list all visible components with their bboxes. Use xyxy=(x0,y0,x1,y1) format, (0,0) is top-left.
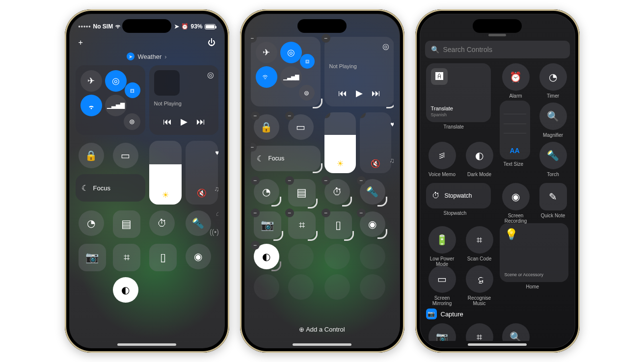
empty-slot[interactable] xyxy=(288,274,314,300)
rotation-lock-toggle[interactable]: 🔒 xyxy=(79,143,104,168)
remove-badge[interactable]: − xyxy=(322,34,330,43)
home-indicator[interactable] xyxy=(468,343,527,346)
empty-slot[interactable] xyxy=(324,244,350,269)
add-control-button[interactable]: + xyxy=(79,38,83,47)
screen-mirroring-button[interactable]: ▭− xyxy=(288,114,314,140)
remove-badge[interactable]: − xyxy=(251,143,257,152)
brightness-slider-edit[interactable]: − ☀︎ xyxy=(324,112,356,173)
brightness-slider[interactable]: ☀︎ xyxy=(149,141,182,205)
empty-slot[interactable] xyxy=(360,274,385,300)
remove-badge[interactable]: − xyxy=(324,112,330,118)
torch-button[interactable]: 🔦− xyxy=(360,179,385,205)
voice-memo-control[interactable]: ꠵ xyxy=(429,142,456,169)
qr-scan-button[interactable]: ⌗− xyxy=(288,211,316,239)
airdrop-toggle[interactable]: ◎ xyxy=(280,42,302,63)
personal-hotspot-toggle[interactable]: ⊚ xyxy=(299,85,315,101)
camera-gallery-control[interactable]: 📷 xyxy=(429,323,456,341)
timer-button[interactable]: ◔ xyxy=(79,210,104,236)
personal-hotspot-toggle[interactable]: ⊚ xyxy=(124,113,140,130)
focus-button[interactable]: ☾ Focus xyxy=(76,174,145,202)
stopwatch-button[interactable]: ⏱ xyxy=(149,210,175,236)
alarm-control[interactable]: ⏰ xyxy=(502,63,530,91)
empty-slot[interactable] xyxy=(324,274,350,300)
home-indicator-icon: ⌂ xyxy=(216,209,218,217)
screen-record-button[interactable]: ◉− xyxy=(360,211,385,237)
airplane-mode-toggle[interactable]: ✈︎ xyxy=(256,42,277,63)
connectivity-group-edit[interactable]: − ✈︎ ◎ ᯤ ▁▃▅▇ ⧈ ⊚ xyxy=(251,37,321,106)
empty-slot[interactable] xyxy=(360,244,385,269)
remove-badge[interactable]: − xyxy=(251,34,257,43)
low-power-mode-control[interactable]: 🔋 xyxy=(429,226,456,254)
quick-note-control[interactable]: ✎ xyxy=(539,183,567,210)
magnifier-control[interactable]: 🔍 xyxy=(539,103,567,130)
media-next-button[interactable]: ⏭ xyxy=(196,117,205,127)
stopwatch-pill-control[interactable]: ⏱Stopwatch xyxy=(426,183,491,208)
empty-slot[interactable] xyxy=(288,244,314,269)
search-controls-field[interactable]: 🔍 Search Controls xyxy=(425,41,570,58)
airplay-icon[interactable]: ◎ xyxy=(207,70,214,79)
apple-tv-remote-button[interactable]: ▯ xyxy=(149,244,177,271)
empty-slot[interactable] xyxy=(254,274,279,300)
cellular-toggle[interactable]: ▁▃▅▇ xyxy=(280,66,302,88)
camera-button[interactable]: 📷− xyxy=(254,211,281,239)
airdrop-toggle[interactable]: ◎ xyxy=(105,70,127,92)
media-play-button[interactable]: ▶ xyxy=(181,116,188,127)
remove-badge[interactable]: − xyxy=(285,111,294,120)
wifi-toggle[interactable] xyxy=(80,95,102,116)
timer-button[interactable]: ◔− xyxy=(254,179,279,205)
resize-handle[interactable] xyxy=(348,165,356,173)
resize-handle[interactable] xyxy=(313,163,322,173)
magnifier-gallery-control[interactable]: 🔍 xyxy=(502,323,530,341)
media-play-button[interactable]: ▶ xyxy=(356,88,363,99)
volume-slider[interactable]: 🔇 xyxy=(186,141,218,205)
screen-mirroring-control[interactable]: ▭ xyxy=(429,265,456,293)
bluetooth-toggle[interactable]: ⧈ xyxy=(300,54,315,69)
now-playing-tile-edit[interactable]: − ◎ Not Playing ⏮ ▶ ⏭ xyxy=(324,37,394,106)
screen-mirroring-button[interactable]: ▭ xyxy=(113,143,138,168)
timer-control[interactable]: ◔ xyxy=(539,63,567,91)
airplane-mode-toggle[interactable]: ✈︎ xyxy=(80,70,102,92)
camera-button[interactable]: 📷 xyxy=(79,244,106,271)
rotation-lock-toggle[interactable]: 🔒− xyxy=(254,114,279,140)
breadcrumb[interactable]: ➤ Weather › xyxy=(76,52,218,60)
sheet-grabber[interactable] xyxy=(488,34,506,36)
media-prev-button[interactable]: ⏮ xyxy=(338,88,347,99)
power-button[interactable]: ⏻ xyxy=(208,38,215,47)
connectivity-group[interactable]: ✈︎ ◎ ▁▃▅▇ ⧈ ⊚ xyxy=(76,65,145,135)
remove-badge[interactable]: − xyxy=(360,112,366,118)
dark-mode-toggle[interactable]: ◐− xyxy=(254,244,279,269)
bluetooth-toggle[interactable]: ⧈ xyxy=(125,82,140,98)
now-playing-tile[interactable]: ◎ Not Playing ⏮ ▶ ⏭ xyxy=(149,65,218,135)
translate-control-tile[interactable]: 🅰︎ Translate Spanish xyxy=(426,63,491,122)
screen-record-button[interactable]: ◉ xyxy=(186,244,211,269)
calculator-button[interactable]: ▤ xyxy=(113,210,140,238)
cellular-toggle[interactable]: ▁▃▅▇ xyxy=(105,95,127,116)
scan-code-control[interactable]: ⌗ xyxy=(466,226,493,254)
media-next-button[interactable]: ⏭ xyxy=(372,88,380,99)
qr-scan-button[interactable]: ⌗ xyxy=(113,244,140,271)
home-indicator[interactable] xyxy=(117,343,176,346)
focus-button-edit[interactable]: − ☾ Focus xyxy=(251,146,321,171)
remove-badge[interactable]: − xyxy=(251,111,260,120)
apple-tv-remote-button[interactable]: ▯− xyxy=(324,211,352,239)
add-a-control-button[interactable]: ⊕ Add a Control xyxy=(251,326,394,333)
media-prev-button[interactable]: ⏮ xyxy=(163,117,172,127)
recognise-music-control[interactable]: ဌ xyxy=(466,265,493,293)
phone-control-center: ••••• No SIM ➤ ⏰ 93% + ⏻ ➤ Weather › xyxy=(65,9,229,353)
stopwatch-button[interactable]: ⏱− xyxy=(324,179,350,205)
dark-mode-toggle[interactable]: ◐ xyxy=(113,277,138,303)
home-indicator[interactable] xyxy=(293,343,351,346)
dark-mode-control[interactable]: ◐ xyxy=(466,142,493,169)
text-size-control[interactable]: AA xyxy=(500,101,530,159)
torch-control[interactable]: 🔦 xyxy=(539,142,567,169)
screen-recording-control[interactable]: ◉ xyxy=(502,183,530,210)
home-scene-tile[interactable]: 💡 Scene or Accessory xyxy=(500,223,568,282)
resize-handle[interactable] xyxy=(313,99,322,108)
resize-handle[interactable] xyxy=(386,99,394,108)
volume-slider-edit[interactable]: − 🔇 xyxy=(360,112,391,173)
scan-gallery-control[interactable]: ⌗ xyxy=(466,323,493,341)
resize-handle[interactable] xyxy=(383,165,391,173)
torch-button[interactable]: 🔦 xyxy=(186,210,211,236)
wifi-toggle[interactable]: ᯤ xyxy=(256,66,277,88)
calculator-button[interactable]: ▤− xyxy=(288,179,316,207)
